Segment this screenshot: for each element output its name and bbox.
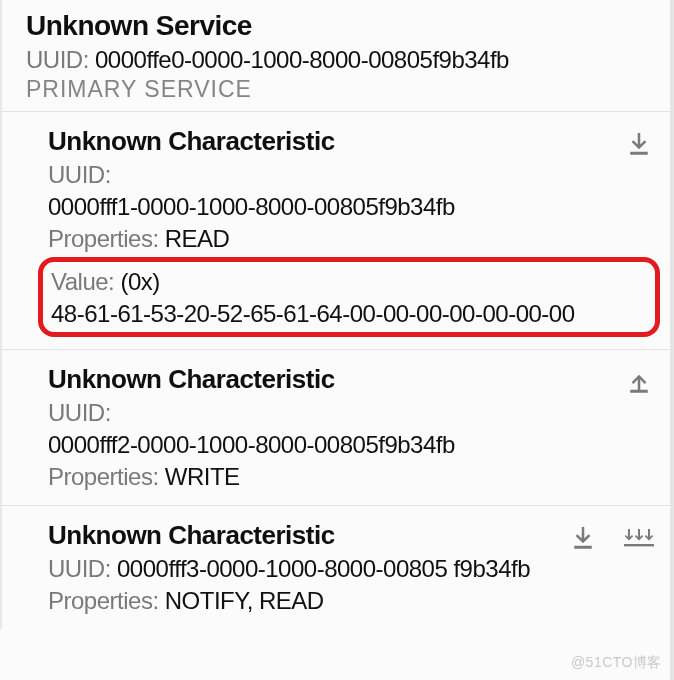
watermark: @51CTO博客 <box>571 654 662 672</box>
characteristic-properties: Properties: READ <box>48 225 650 253</box>
uuid-value: 0000fff3-0000-1000-8000-00805 f9b34fb <box>117 555 530 582</box>
characteristic-properties: Properties: WRITE <box>48 463 650 491</box>
characteristic-title: Unknown Characteristic <box>48 126 650 157</box>
upload-icon[interactable] <box>622 364 656 398</box>
service-uuid-line: UUID: 0000ffe0-0000-1000-8000-00805f9b34… <box>26 46 650 74</box>
svg-rect-0 <box>630 152 648 155</box>
right-edge-divider <box>670 0 674 680</box>
uuid-value: 0000ffe0-0000-1000-8000-00805f9b34fb <box>95 46 509 73</box>
service-title: Unknown Service <box>26 10 650 42</box>
uuid-label: UUID: <box>48 399 111 426</box>
characteristic-item[interactable]: Unknown Characteristic UUID: 0000fff3-00… <box>2 505 674 629</box>
characteristic-uuid-line: UUID: <box>48 161 650 189</box>
characteristic-value-hex: 48-61-61-53-20-52-65-61-64-00-00-00-00-0… <box>51 300 647 328</box>
service-panel: Unknown Service UUID: 0000ffe0-0000-1000… <box>0 0 674 629</box>
download-icon[interactable] <box>622 126 656 160</box>
uuid-label: UUID: <box>48 161 111 188</box>
characteristic-title: Unknown Characteristic <box>48 520 650 551</box>
download-icon[interactable] <box>566 520 600 554</box>
characteristic-item[interactable]: Unknown Characteristic UUID: 0000fff1-00… <box>2 111 674 349</box>
characteristic-uuid-line: UUID: 0000fff3-0000-1000-8000-00805 f9b3… <box>48 555 650 583</box>
uuid-label: UUID: <box>48 555 111 582</box>
service-tag: PRIMARY SERVICE <box>26 76 650 103</box>
characteristic-properties: Properties: NOTIFY, READ <box>48 587 650 615</box>
characteristic-value-line: Value: (0x) <box>51 268 647 296</box>
multi-download-icon[interactable] <box>622 520 656 554</box>
characteristic-title: Unknown Characteristic <box>48 364 650 395</box>
svg-rect-3 <box>624 544 654 546</box>
characteristic-item[interactable]: Unknown Characteristic UUID: 0000fff2-00… <box>2 349 674 505</box>
uuid-label: UUID: <box>26 46 89 73</box>
value-highlight: Value: (0x) 48-61-61-53-20-52-65-61-64-0… <box>38 257 660 337</box>
service-header: Unknown Service UUID: 0000ffe0-0000-1000… <box>2 10 674 111</box>
characteristic-uuid-line: UUID: <box>48 399 650 427</box>
svg-rect-1 <box>630 390 648 393</box>
characteristic-uuid-value: 0000fff2-0000-1000-8000-00805f9b34fb <box>48 431 650 459</box>
svg-rect-2 <box>574 546 592 549</box>
characteristic-uuid-value: 0000fff1-0000-1000-8000-00805f9b34fb <box>48 193 650 221</box>
